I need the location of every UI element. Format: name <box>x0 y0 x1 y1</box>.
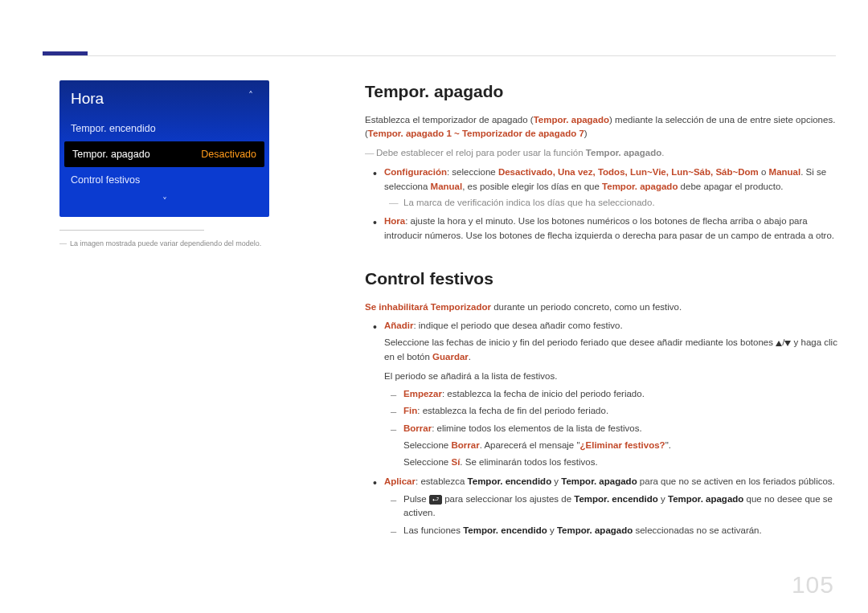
text-hl: Manual <box>769 167 801 177</box>
text: Seleccione <box>403 440 451 450</box>
text: La marca de verificación indica los días… <box>403 198 655 207</box>
page-number: 105 <box>792 571 834 599</box>
osd-menu: Hora ˄ Tempor. encendido Tempor. apagado… <box>59 80 269 217</box>
list-item: Añadir: indique el periodo que desea aña… <box>384 319 839 469</box>
chevron-down-icon[interactable]: ˅ <box>59 193 269 214</box>
list-item: Hora: ajuste la hora y el minuto. Use lo… <box>384 215 839 243</box>
text: : establezca la fecha de fin del periodo… <box>417 406 608 415</box>
list-item: Aplicar: establezca Tempor. encendido y … <box>384 475 839 538</box>
osd-item-label: Tempor. apagado <box>72 149 150 160</box>
content-column: Tempor. apagado Establezca el temporizad… <box>365 79 839 543</box>
sub-note: ―La marca de verificación indica los día… <box>384 196 839 210</box>
osd-item-value: Desactivado <box>201 149 256 160</box>
label: Hora <box>384 216 405 226</box>
chevron-up-icon[interactable]: ˄ <box>248 90 253 101</box>
bullet-list: Configuración: seleccione Desactivado, U… <box>365 166 839 243</box>
list-item: Las funciones Tempor. encendido y Tempor… <box>403 524 839 538</box>
text-hl: Se inhabilitará Temporizador <box>365 302 491 312</box>
text: : establezca la fecha de inicio del peri… <box>442 389 645 398</box>
text: : ajuste la hora y el minuto. Use los bo… <box>384 216 834 240</box>
text: y <box>547 525 557 535</box>
text-bold: Tempor. encendido <box>574 494 658 504</box>
label: Borrar <box>403 423 432 433</box>
dash-icon: ― <box>59 239 67 247</box>
text: : indique el periodo que desea añadir co… <box>413 321 622 330</box>
list-item: Configuración: seleccione Desactivado, U… <box>384 166 839 210</box>
text: y <box>551 476 561 486</box>
text: . Se eliminarán todos los festivos. <box>460 457 597 467</box>
text-hl: Sí <box>451 457 460 467</box>
osd-menu-title: Hora ˄ <box>59 80 269 116</box>
text-hl: ¿Eliminar festivos? <box>580 440 665 450</box>
text-hl: ~ <box>452 129 462 138</box>
text: Debe establecer el reloj para poder usar… <box>376 148 586 157</box>
text-bold: Tempor. apagado <box>586 148 661 157</box>
dash-icon: ― <box>365 146 376 161</box>
list-item: Pulse ⮐ para seleccionar los ajustes de … <box>403 492 839 521</box>
header-rule <box>43 55 836 56</box>
text: Seleccione las fechas de inicio y fin de… <box>384 337 776 347</box>
text: o <box>759 167 769 177</box>
text-hl: Temporizador de apagado 7 <box>462 129 584 138</box>
text-hl: Tempor. apagado <box>602 182 678 191</box>
text: Pulse <box>403 494 429 504</box>
add-line2: Seleccione las fechas de inicio y fin de… <box>384 336 839 365</box>
text-bold: Tempor. apagado <box>668 494 743 504</box>
text-hl: Guardar <box>432 352 469 362</box>
borrar-line2: Seleccione Borrar. Aparecerá el mensaje … <box>403 439 839 453</box>
list-item: Fin: establezca la fecha de fin del peri… <box>403 404 839 419</box>
osd-item-label: Control festivos <box>71 174 140 186</box>
dash-icon: ― <box>389 196 403 210</box>
sub-list: Pulse ⮐ para seleccionar los ajustes de … <box>384 492 839 538</box>
text: . <box>661 148 664 157</box>
text: ". <box>665 440 671 450</box>
bullet-list-2: Añadir: indique el periodo que desea aña… <box>365 319 839 538</box>
osd-menu-title-text: Hora <box>71 90 104 107</box>
text: Establezca el temporizador de apagado ( <box>365 115 534 125</box>
text: . Aparecerá el mensaje " <box>480 440 580 450</box>
text: . <box>469 352 471 362</box>
text: : establezca <box>416 476 468 486</box>
osd-item-control-festivos[interactable]: Control festivos <box>59 167 269 193</box>
lead-para: Se inhabilitará Temporizador durante un … <box>365 300 839 315</box>
text: para que no se activen en los feriados p… <box>637 476 835 486</box>
list-item: Empezar: establezca la fecha de inicio d… <box>403 387 839 402</box>
text: : seleccione <box>447 167 498 177</box>
triangle-up-icon <box>776 341 782 346</box>
label: Configuración <box>384 167 447 177</box>
text-hl: Borrar <box>451 440 479 450</box>
text: debe apagar el producto. <box>678 182 783 191</box>
text-hl: Desactivado, Una vez, Todos, Lun~Vie, Lu… <box>498 167 759 177</box>
period-line: El periodo se añadirá a la lista de fest… <box>384 370 839 384</box>
osd-item-label: Tempor. encendido <box>71 123 156 134</box>
text-bold: Tempor. apagado <box>561 476 637 486</box>
text: Seleccione <box>403 457 451 467</box>
text: y <box>658 494 668 504</box>
text-bold: Tempor. encendido <box>463 525 547 535</box>
text: Las funciones <box>403 525 463 535</box>
text: para seleccionar los ajustes de <box>442 494 574 504</box>
text: durante un periodo concreto, como un fes… <box>491 302 682 312</box>
text-bold: Tempor. encendido <box>468 476 552 486</box>
osd-item-encendido[interactable]: Tempor. encendido <box>59 116 269 141</box>
label: Empezar <box>403 389 442 398</box>
caption-text: La imagen mostrada puede variar dependie… <box>70 239 261 247</box>
text: : elimine todos los elementos de la list… <box>432 423 641 433</box>
divider <box>59 230 204 231</box>
label: Aplicar <box>384 476 416 486</box>
text-hl: Manual <box>431 182 463 191</box>
label: Fin <box>403 406 417 415</box>
intro-para: Establezca el temporizador de apagado (T… <box>365 113 839 142</box>
label: Añadir <box>384 321 413 330</box>
clock-note: ―Debe establecer el reloj para poder usa… <box>365 146 839 161</box>
osd-item-apagado[interactable]: Tempor. apagado Desactivado <box>64 141 264 167</box>
heading-tempor-apagado: Tempor. apagado <box>365 79 839 105</box>
borrar-line3: Seleccione Sí. Se eliminarán todos los f… <box>403 456 839 470</box>
left-column: Hora ˄ Tempor. encendido Tempor. apagado… <box>59 80 276 250</box>
text-hl: Tempor. apagado <box>534 115 609 125</box>
text-bold: Tempor. apagado <box>557 525 633 535</box>
enter-button-icon: ⮐ <box>429 495 442 505</box>
text-hl: Tempor. apagado 1 <box>368 129 452 138</box>
image-disclaimer: ―La imagen mostrada puede variar dependi… <box>59 239 276 250</box>
text: seleccionadas no se activarán. <box>633 525 761 535</box>
